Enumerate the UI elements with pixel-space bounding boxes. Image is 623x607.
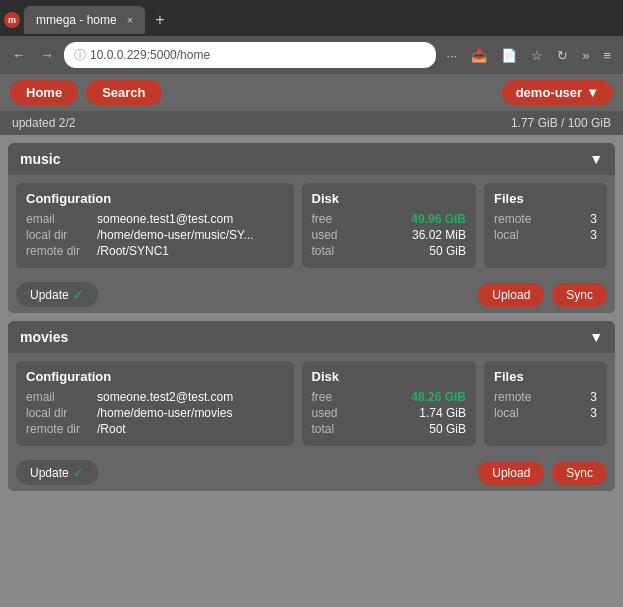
movies-localdir-label: local dir (26, 406, 91, 420)
movies-email-label: email (26, 390, 91, 404)
music-files-local-value: 3 (590, 228, 597, 242)
app-logo-icon: m (4, 12, 20, 28)
music-files-remote-value: 3 (590, 212, 597, 226)
active-tab[interactable]: mmega - home × (24, 6, 145, 34)
movies-disk-card: Disk free 48.26 GiB used 1.74 GiB total … (302, 361, 477, 446)
new-tab-button[interactable]: + (149, 9, 170, 31)
update-status: updated 2/2 (12, 116, 75, 130)
music-remotedir-row: remote dir /Root/SYNC1 (26, 244, 284, 258)
movies-files-local-row: local 3 (494, 406, 597, 420)
user-name: demo-user (516, 85, 582, 100)
music-config-card: Configuration email someone.test1@test.c… (16, 183, 294, 268)
home-button[interactable]: Home (10, 80, 78, 105)
pocket-button[interactable]: 📥 (467, 46, 491, 65)
movies-remotedir-label: remote dir (26, 422, 91, 436)
music-section-footer: Update ✓ Upload Sync (8, 276, 615, 313)
music-email-row: email someone.test1@test.com (26, 212, 284, 226)
bookmark-button[interactable]: ☆ (527, 46, 547, 65)
movies-files-remote-row: remote 3 (494, 390, 597, 404)
music-section: music ▼ Configuration email someone.test… (8, 143, 615, 313)
tab-close-button[interactable]: × (127, 14, 133, 26)
more-tools-button[interactable]: » (578, 46, 593, 65)
music-disk-free-value: 49.96 GiB (411, 212, 466, 226)
music-disk-used-row: used 36.02 MiB (312, 228, 467, 242)
movies-disk-free-row: free 48.26 GiB (312, 390, 467, 404)
music-files-title: Files (494, 191, 597, 206)
music-disk-free-label: free (312, 212, 333, 226)
movies-section-header[interactable]: movies ▼ (8, 321, 615, 353)
music-upload-button[interactable]: Upload (478, 283, 544, 307)
movies-disk-free-label: free (312, 390, 333, 404)
info-icon: ⓘ (74, 47, 86, 64)
movies-section-body: Configuration email someone.test2@test.c… (8, 353, 615, 454)
user-menu-button[interactable]: demo-user ▼ (502, 80, 613, 105)
movies-disk-used-row: used 1.74 GiB (312, 406, 467, 420)
music-remotedir-label: remote dir (26, 244, 91, 258)
music-section-title: music (20, 151, 60, 167)
movies-email-row: email someone.test2@test.com (26, 390, 284, 404)
movies-disk-free-value: 48.26 GiB (411, 390, 466, 404)
movies-config-title: Configuration (26, 369, 284, 384)
music-section-header[interactable]: music ▼ (8, 143, 615, 175)
address-text: 10.0.0.229:5000/home (90, 48, 210, 62)
music-update-button[interactable]: Update ✓ (16, 282, 98, 307)
reload-button[interactable]: ↻ (553, 46, 572, 65)
movies-disk-total-value: 50 GiB (429, 422, 466, 436)
user-arrow-icon: ▼ (586, 85, 599, 100)
status-bar: updated 2/2 1.77 GiB / 100 GiB (0, 111, 623, 135)
music-disk-total-value: 50 GiB (429, 244, 466, 258)
movies-update-label: Update (30, 466, 69, 480)
forward-button[interactable]: → (36, 45, 58, 65)
music-disk-used-value: 36.02 MiB (412, 228, 466, 242)
movies-disk-total-row: total 50 GiB (312, 422, 467, 436)
music-files-local-label: local (494, 228, 519, 242)
nav-buttons-left: Home Search (10, 80, 162, 105)
music-disk-free-row: free 49.96 GiB (312, 212, 467, 226)
movies-remotedir-value: /Root (97, 422, 126, 436)
movies-config-card: Configuration email someone.test2@test.c… (16, 361, 294, 446)
music-collapse-icon: ▼ (589, 151, 603, 167)
menu-button[interactable]: ≡ (599, 46, 615, 65)
music-sync-button[interactable]: Sync (552, 283, 607, 307)
movies-update-button[interactable]: Update ✓ (16, 460, 98, 485)
movies-files-title: Files (494, 369, 597, 384)
movies-collapse-icon: ▼ (589, 329, 603, 345)
music-disk-card: Disk free 49.96 GiB used 36.02 MiB total… (302, 183, 477, 268)
movies-localdir-row: local dir /home/demo-user/movies (26, 406, 284, 420)
music-files-card: Files remote 3 local 3 (484, 183, 607, 268)
search-button[interactable]: Search (86, 80, 161, 105)
music-files-remote-label: remote (494, 212, 531, 226)
music-localdir-row: local dir /home/demo-user/music/SY... (26, 228, 284, 242)
movies-files-card: Files remote 3 local 3 (484, 361, 607, 446)
movies-disk-used-value: 1.74 GiB (419, 406, 466, 420)
music-update-check-icon: ✓ (73, 287, 84, 302)
nav-bar: ← → ⓘ 10.0.0.229:5000/home ··· 📥 📄 ☆ ↻ »… (0, 36, 623, 74)
music-disk-used-label: used (312, 228, 338, 242)
app-content: Home Search demo-user ▼ updated 2/2 1.77… (0, 74, 623, 607)
movies-disk-used-label: used (312, 406, 338, 420)
music-disk-title: Disk (312, 191, 467, 206)
music-update-label: Update (30, 288, 69, 302)
music-localdir-label: local dir (26, 228, 91, 242)
music-disk-total-row: total 50 GiB (312, 244, 467, 258)
reader-button[interactable]: 📄 (497, 46, 521, 65)
movies-disk-total-label: total (312, 422, 335, 436)
music-email-label: email (26, 212, 91, 226)
tab-title: mmega - home (36, 13, 117, 27)
address-bar[interactable]: ⓘ 10.0.0.229:5000/home (64, 42, 436, 68)
movies-remotedir-row: remote dir /Root (26, 422, 284, 436)
movies-files-local-label: local (494, 406, 519, 420)
movies-disk-title: Disk (312, 369, 467, 384)
music-files-local-row: local 3 (494, 228, 597, 242)
movies-upload-button[interactable]: Upload (478, 461, 544, 485)
more-button[interactable]: ··· (442, 46, 461, 65)
movies-update-check-icon: ✓ (73, 465, 84, 480)
back-button[interactable]: ← (8, 45, 30, 65)
music-disk-total-label: total (312, 244, 335, 258)
movies-section-footer: Update ✓ Upload Sync (8, 454, 615, 491)
movies-files-local-value: 3 (590, 406, 597, 420)
music-email-value: someone.test1@test.com (97, 212, 233, 226)
movies-email-value: someone.test2@test.com (97, 390, 233, 404)
movies-sync-button[interactable]: Sync (552, 461, 607, 485)
music-files-remote-row: remote 3 (494, 212, 597, 226)
